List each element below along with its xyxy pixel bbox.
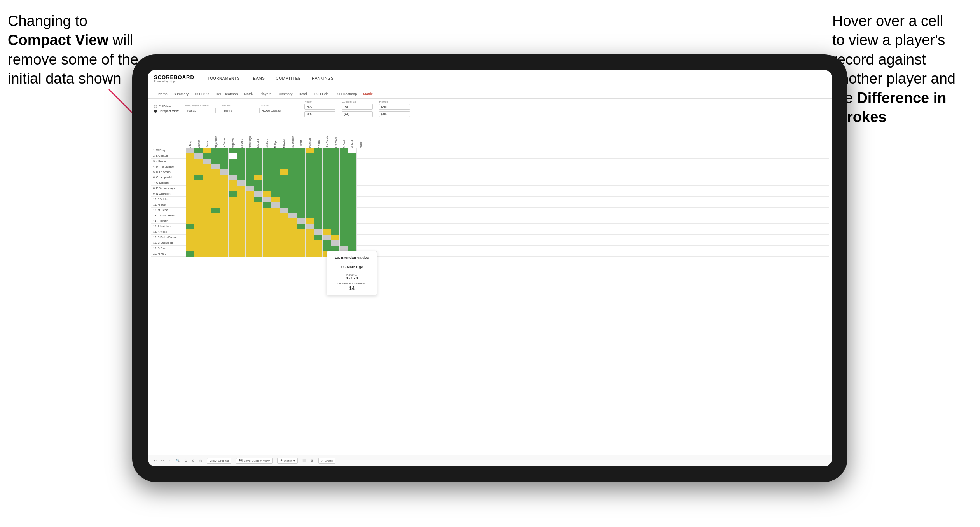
- cell-18-19[interactable]: [348, 246, 357, 251]
- cell-3-3[interactable]: [211, 164, 220, 169]
- cell-4-10[interactable]: [271, 169, 280, 175]
- cell-9-0[interactable]: [186, 197, 194, 202]
- cell-2-12[interactable]: [288, 159, 297, 164]
- cell-15-6[interactable]: [237, 229, 246, 235]
- cell-19-3[interactable]: [211, 251, 220, 257]
- cell-17-4[interactable]: [220, 240, 229, 246]
- cell-3-11[interactable]: [280, 164, 288, 169]
- cell-19-7[interactable]: [246, 251, 254, 257]
- table-row[interactable]: 18. C Sherwood: [151, 240, 829, 246]
- cell-3-8[interactable]: [254, 164, 263, 169]
- cell-18-5[interactable]: [229, 246, 237, 251]
- cell-16-6[interactable]: [237, 235, 246, 240]
- cell-19-10[interactable]: [271, 251, 280, 257]
- cell-18-8[interactable]: [254, 246, 263, 251]
- cell-4-18[interactable]: [340, 169, 348, 175]
- cell-18-13[interactable]: [297, 246, 306, 251]
- cell-17-16[interactable]: [323, 240, 331, 246]
- cell-8-10[interactable]: [271, 191, 280, 197]
- cell-5-12[interactable]: [288, 175, 297, 180]
- cell-5-15[interactable]: [314, 175, 323, 180]
- cell-3-12[interactable]: [288, 164, 297, 169]
- cell-11-12[interactable]: [288, 208, 297, 213]
- cell-1-12[interactable]: [288, 153, 297, 159]
- cell-6-17[interactable]: [331, 180, 340, 186]
- cell-1-11[interactable]: [280, 153, 288, 159]
- cell-18-1[interactable]: [194, 246, 203, 251]
- cell-7-7[interactable]: [246, 186, 254, 191]
- cell-13-10[interactable]: [271, 218, 280, 224]
- cell-17-11[interactable]: [280, 240, 288, 246]
- cell-10-14[interactable]: [306, 202, 314, 208]
- subnav-teams[interactable]: Teams: [154, 91, 171, 98]
- cell-12-11[interactable]: [280, 213, 288, 218]
- cell-17-14[interactable]: [306, 240, 314, 246]
- cell-16-18[interactable]: [340, 235, 348, 240]
- cell-10-19[interactable]: [348, 202, 357, 208]
- cell-0-10[interactable]: [271, 148, 280, 153]
- cell-4-13[interactable]: [297, 169, 306, 175]
- cell-6-8[interactable]: [254, 180, 263, 186]
- cell-4-1[interactable]: [194, 169, 203, 175]
- cell-16-10[interactable]: [271, 235, 280, 240]
- cell-19-9[interactable]: [263, 251, 271, 257]
- cell-6-10[interactable]: [271, 180, 280, 186]
- cell-7-1[interactable]: [194, 186, 203, 191]
- cell-3-9[interactable]: [263, 164, 271, 169]
- cell-4-7[interactable]: [246, 169, 254, 175]
- cell-13-14[interactable]: [306, 218, 314, 224]
- cell-19-14[interactable]: [306, 251, 314, 257]
- cell-9-9[interactable]: [263, 197, 271, 202]
- cell-15-7[interactable]: [246, 229, 254, 235]
- cell-1-6[interactable]: [237, 153, 246, 159]
- cell-3-13[interactable]: [297, 164, 306, 169]
- cell-0-15[interactable]: [314, 148, 323, 153]
- subnav-h2hheatmap2[interactable]: H2H Heatmap: [332, 91, 360, 98]
- cell-19-0[interactable]: [186, 251, 194, 257]
- cell-3-19[interactable]: [348, 164, 357, 169]
- cell-14-8[interactable]: [254, 224, 263, 229]
- cell-13-11[interactable]: [280, 218, 288, 224]
- table-row[interactable]: 19. D Ford: [151, 246, 829, 251]
- cell-13-4[interactable]: [220, 218, 229, 224]
- subnav-h2hgrid1[interactable]: H2H Grid: [192, 91, 213, 98]
- cell-13-9[interactable]: [263, 218, 271, 224]
- cell-13-19[interactable]: [348, 218, 357, 224]
- cell-0-9[interactable]: [263, 148, 271, 153]
- cell-14-16[interactable]: [323, 224, 331, 229]
- cell-11-3[interactable]: [211, 208, 220, 213]
- cell-8-4[interactable]: [220, 191, 229, 197]
- cell-2-10[interactable]: [271, 159, 280, 164]
- cell-5-4[interactable]: [220, 175, 229, 180]
- cell-7-8[interactable]: [254, 186, 263, 191]
- cell-15-12[interactable]: [288, 229, 297, 235]
- view-original-btn[interactable]: View: Original: [207, 458, 231, 464]
- cell-8-15[interactable]: [314, 191, 323, 197]
- cell-14-7[interactable]: [246, 224, 254, 229]
- cell-1-18[interactable]: [340, 153, 348, 159]
- cell-3-6[interactable]: [237, 164, 246, 169]
- cell-18-6[interactable]: [237, 246, 246, 251]
- table-row[interactable]: 17. S De La Fuente: [151, 235, 829, 240]
- cell-18-17[interactable]: [331, 246, 340, 251]
- cell-8-7[interactable]: [246, 191, 254, 197]
- cell-1-7[interactable]: [246, 153, 254, 159]
- cell-1-3[interactable]: [211, 153, 220, 159]
- table-row[interactable]: 13. J Skov Olesen: [151, 213, 829, 218]
- cell-8-0[interactable]: [186, 191, 194, 197]
- cell-15-8[interactable]: [254, 229, 263, 235]
- cell-14-17[interactable]: [331, 224, 340, 229]
- cell-0-0[interactable]: [186, 148, 194, 153]
- cell-9-1[interactable]: [194, 197, 203, 202]
- cell-11-9[interactable]: [263, 208, 271, 213]
- cell-12-0[interactable]: [186, 213, 194, 218]
- cell-9-13[interactable]: [297, 197, 306, 202]
- cell-13-18[interactable]: [340, 218, 348, 224]
- cell-12-16[interactable]: [323, 213, 331, 218]
- cell-17-18[interactable]: [340, 240, 348, 246]
- cell-12-3[interactable]: [211, 213, 220, 218]
- cell-9-11[interactable]: [280, 197, 288, 202]
- cell-14-15[interactable]: [314, 224, 323, 229]
- full-view-radio[interactable]: [154, 105, 157, 108]
- cell-2-0[interactable]: [186, 159, 194, 164]
